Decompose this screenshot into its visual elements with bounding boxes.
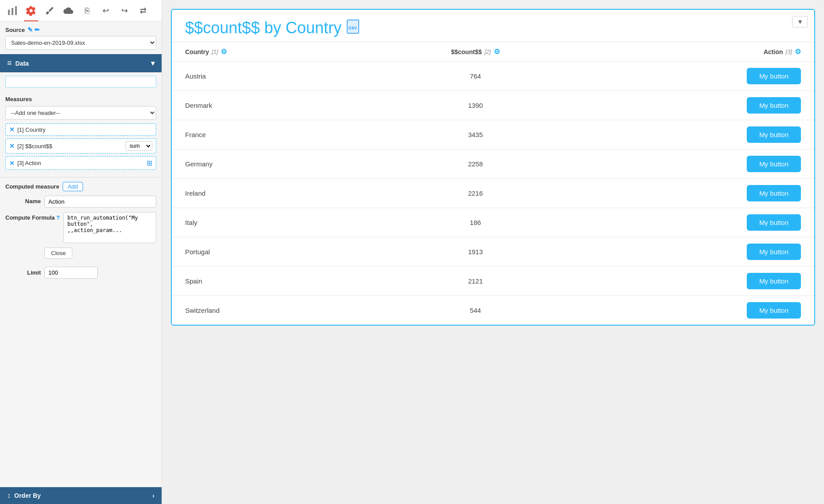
csv-icon[interactable]: CSV (347, 20, 359, 36)
measures-add-select[interactable]: --Add one header-- (5, 106, 156, 120)
table-row: Germany2258My button (172, 150, 814, 179)
count-col-gear-icon[interactable]: ⚙ (494, 47, 500, 56)
action-cell: My button (583, 267, 814, 296)
sort-icon: ↕ (7, 492, 11, 500)
country-cell: Germany (172, 150, 368, 179)
table-row: Portugal1913My button (172, 237, 814, 267)
country-cell: Spain (172, 267, 368, 296)
my-button[interactable]: My button (747, 214, 801, 231)
count-cell: 544 (368, 296, 583, 325)
my-button[interactable]: My button (747, 68, 801, 84)
edit-pencil-icon[interactable]: ✎ (28, 26, 33, 33)
table-row: Denmark1390My button (172, 91, 814, 120)
formula-label: Compute Formula ? (5, 212, 60, 221)
computed-measure-section: Computed measure Add Name Compute Formul… (0, 177, 162, 263)
table-header-row: Country [1] ⚙ $$count$$ [2] ⚙ (172, 42, 814, 62)
right-panel: $$count$$ by Country CSV ▼ Country [1] (162, 0, 824, 504)
data-table: Country [1] ⚙ $$count$$ [2] ⚙ (172, 42, 814, 325)
measure-tag-count: ✕ [2] $$count$$ sum avg count (5, 138, 156, 154)
count-cell: 1390 (368, 91, 583, 120)
action-cell: My button (583, 179, 814, 208)
data-section-arrow: ▾ (151, 59, 154, 67)
close-button[interactable]: Close (44, 248, 72, 259)
left-panel: ⎘ ↩ ↪ ⇄ Source ✎ ✏ Sales-demo-en-2019-09… (0, 0, 162, 504)
table-row: Italy186My button (172, 208, 814, 237)
country-cell: Switzerland (172, 296, 368, 325)
country-cell: Ireland (172, 179, 368, 208)
limit-section: Limit (0, 263, 162, 282)
undo-icon[interactable]: ↩ (99, 4, 113, 18)
count-cell: 2121 (368, 267, 583, 296)
count-cell: 186 (368, 208, 583, 237)
country-cell: Italy (172, 208, 368, 237)
my-button[interactable]: My button (747, 97, 801, 114)
measure-remove-count[interactable]: ✕ (9, 142, 15, 150)
count-cell: 2216 (368, 179, 583, 208)
action-cell: My button (583, 91, 814, 120)
my-button[interactable]: My button (747, 126, 801, 143)
computed-add-button[interactable]: Add (63, 182, 83, 191)
action-col-header: Action [3] ⚙ (583, 42, 814, 62)
table-row: Spain2121My button (172, 267, 814, 296)
limit-label: Limit (5, 269, 41, 276)
edit-brush-icon[interactable]: ✏ (35, 26, 40, 33)
action-col-gear-icon[interactable]: ⚙ (795, 47, 801, 56)
brush-icon[interactable] (43, 4, 57, 18)
measure-tag-country: ✕ [1] Country (5, 123, 156, 136)
my-button[interactable]: My button (747, 244, 801, 260)
formula-row: Compute Formula ? btn_run_automation("My… (5, 212, 156, 243)
table-row: Ireland2216My button (172, 179, 814, 208)
my-button[interactable]: My button (747, 185, 801, 201)
country-cell: Portugal (172, 237, 368, 267)
limit-input[interactable] (44, 267, 98, 279)
source-section: Source ✎ ✏ Sales-demo-en-2019-09.xlsx (0, 22, 162, 54)
name-input[interactable] (44, 196, 156, 208)
table-row: Switzerland544My button (172, 296, 814, 325)
measure-count-label: [2] $$count$$ (17, 143, 123, 150)
data-section-content (0, 72, 162, 91)
source-label: Source ✎ ✏ (5, 26, 156, 33)
formula-textarea[interactable]: btn_run_automation("My button", ,,action… (63, 212, 156, 243)
toolbar: ⎘ ↩ ↪ ⇄ (0, 0, 162, 22)
table-row: Austria764My button (172, 62, 814, 91)
computed-header: Computed measure Add (5, 182, 156, 191)
data-section-header[interactable]: ≡ Data ▾ (0, 54, 162, 72)
svg-rect-1 (12, 8, 13, 15)
settings-gear-icon[interactable] (24, 4, 38, 18)
svg-text:CSV: CSV (349, 26, 357, 30)
measure-country-label: [1] Country (17, 126, 152, 133)
source-file-select[interactable]: Sales-demo-en-2019-09.xlsx (5, 36, 156, 50)
cloud-icon[interactable] (61, 4, 75, 18)
count-col-header: $$count$$ [2] ⚙ (368, 42, 583, 62)
action-cell: My button (583, 237, 814, 267)
measure-remove-action[interactable]: ✕ (9, 160, 15, 167)
redo-icon[interactable]: ↪ (117, 4, 131, 18)
transfer-icon[interactable]: ⇄ (136, 4, 150, 18)
measure-action-label: [3] Action (17, 160, 144, 166)
order-by-arrow: › (152, 492, 154, 499)
measure-remove-country[interactable]: ✕ (9, 126, 15, 133)
table-row: France3435My button (172, 120, 814, 150)
measure-count-agg-select[interactable]: sum avg count (126, 141, 152, 151)
count-cell: 3435 (368, 120, 583, 150)
measure-tag-action: ✕ [3] Action ⊞ (5, 156, 156, 170)
svg-rect-2 (15, 6, 17, 15)
help-icon[interactable]: ? (56, 214, 60, 221)
country-col-gear-icon[interactable]: ⚙ (221, 47, 227, 56)
table-title: $$count$$ by Country (185, 19, 341, 37)
data-search-input[interactable] (5, 76, 156, 88)
order-by-bar[interactable]: ↕ Order By › (0, 487, 162, 504)
name-label: Name (5, 196, 41, 205)
table-container: $$count$$ by Country CSV ▼ Country [1] (171, 9, 815, 326)
my-button[interactable]: My button (747, 302, 801, 319)
my-button[interactable]: My button (747, 273, 801, 289)
table-header-area: $$count$$ by Country CSV ▼ (172, 10, 814, 42)
action-cell: My button (583, 208, 814, 237)
table-dropdown-button[interactable]: ▼ (792, 16, 808, 28)
bar-chart-icon[interactable] (5, 4, 20, 18)
my-button[interactable]: My button (747, 156, 801, 172)
measures-section: Measures --Add one header-- ✕ [1] Countr… (0, 91, 162, 177)
source-edit-icons: ✎ ✏ (28, 26, 40, 33)
calc-icon: ⊞ (147, 159, 152, 167)
copy-icon[interactable]: ⎘ (80, 4, 94, 18)
